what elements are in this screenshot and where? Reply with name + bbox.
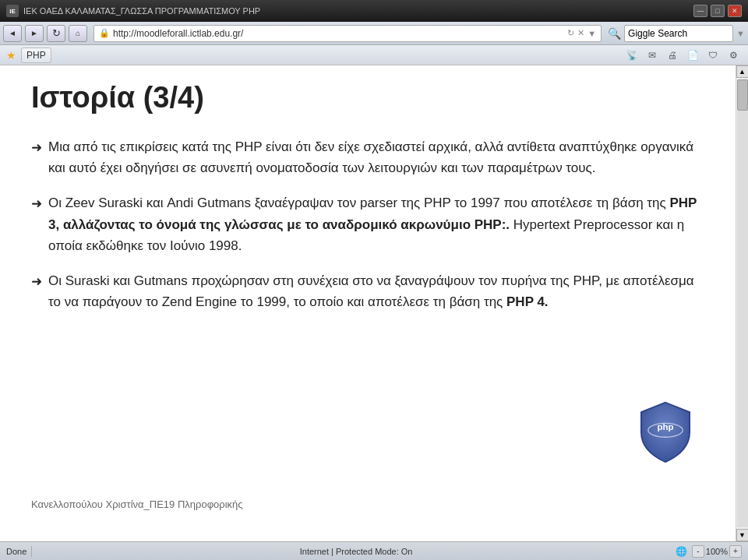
zoom-out-button[interactable]: - bbox=[692, 545, 704, 558]
title-bar: IE ΙΕΚ ΟΑΕΔ ΚΑΛΑΜΑΤΑΣ_ΓΛΩΣΣΑ ΠΡΟΓΡΑΜΜΑΤΙ… bbox=[0, 0, 748, 22]
arrow-icon-1: ➜ bbox=[31, 137, 42, 178]
scroll-down-button[interactable]: ▼ bbox=[736, 529, 749, 541]
lock-icon: 🔒 bbox=[99, 28, 110, 38]
paragraph-3-bold: PHP 4. bbox=[506, 294, 549, 309]
status-bar: Done Internet | Protected Mode: On 🌐 - 1… bbox=[0, 541, 748, 560]
close-button[interactable]: ✕ bbox=[728, 5, 742, 17]
status-protected-mode: Internet | Protected Mode: On bbox=[300, 547, 413, 556]
bookmark-php[interactable]: PHP bbox=[21, 48, 51, 63]
toolbar-icons: 📡 ✉ 🖨 📄 🛡 ⚙ bbox=[623, 48, 742, 63]
navigation-bar: ◄ ► ↻ ⌂ 🔒 ↻ ✕ ▼ 🔍 ▼ bbox=[0, 22, 748, 45]
paragraph-1-text: Μια από τις επικρίσεις κατά της PHP είνα… bbox=[48, 136, 704, 178]
arrow-icon-2: ➜ bbox=[31, 193, 42, 256]
rss-icon-btn[interactable]: 📡 bbox=[623, 48, 640, 63]
back-button[interactable]: ◄ bbox=[3, 25, 22, 42]
maximize-button[interactable]: □ bbox=[711, 5, 725, 17]
forward-button[interactable]: ► bbox=[25, 25, 44, 42]
address-input[interactable] bbox=[113, 28, 564, 39]
page-title: Ιστορία (3/4) bbox=[31, 81, 704, 114]
search-input[interactable] bbox=[628, 28, 729, 39]
zoom-level: 100% bbox=[706, 547, 728, 556]
status-done: Done bbox=[6, 547, 26, 556]
bookmark-bar: ★ PHP 📡 ✉ 🖨 📄 🛡 ⚙ bbox=[0, 45, 748, 65]
search-input-area[interactable] bbox=[624, 25, 733, 42]
status-middle: Internet | Protected Mode: On bbox=[37, 547, 676, 556]
status-separator-1 bbox=[31, 546, 32, 557]
status-right: 🌐 - 100% + bbox=[676, 545, 742, 558]
arrow-icon-3: ➜ bbox=[31, 271, 42, 312]
refresh-button[interactable]: ↻ bbox=[47, 25, 65, 42]
page-icon-btn[interactable]: 📄 bbox=[684, 48, 701, 63]
paragraph-2-text: Οι Zeev Suraski και Andi Gutmans ξαναέγρ… bbox=[48, 192, 704, 256]
title-bar-text: ΙΕΚ ΟΑΕΔ ΚΑΛΑΜΑΤΑΣ_ΓΛΩΣΣΑ ΠΡΟΓΡΑΜΜΑΤΙΣΜΟ… bbox=[23, 6, 693, 16]
scroll-up-button[interactable]: ▲ bbox=[736, 65, 749, 78]
scrollbar[interactable]: ▲ ▼ bbox=[736, 65, 748, 541]
tools-icon-btn[interactable]: ⚙ bbox=[725, 48, 742, 63]
paragraph-1: ➜ Μια από τις επικρίσεις κατά της PHP εί… bbox=[31, 136, 704, 178]
scroll-thumb[interactable] bbox=[737, 79, 748, 111]
globe-icon: 🌐 bbox=[676, 546, 687, 557]
paragraph-2: ➜ Οι Zeev Suraski και Andi Gutmans ξαναέ… bbox=[31, 192, 704, 256]
mail-icon-btn[interactable]: ✉ bbox=[644, 48, 661, 63]
address-bar[interactable]: 🔒 ↻ ✕ ▼ bbox=[94, 25, 602, 42]
scroll-track[interactable] bbox=[737, 79, 748, 527]
giggle-icon: 🔍 bbox=[608, 27, 621, 40]
address-x-icon[interactable]: ✕ bbox=[577, 28, 584, 38]
content-area: Ιστορία (3/4) ➜ Μια από τις επικρίσεις κ… bbox=[0, 65, 736, 541]
address-go-icon[interactable]: ▼ bbox=[587, 29, 596, 38]
search-box-area: 🔍 ▼ bbox=[608, 25, 745, 42]
home-button[interactable]: ⌂ bbox=[69, 25, 87, 42]
app-logo: IE bbox=[6, 5, 19, 17]
paragraph-3-part1: Οι Suraski και Gutmans προχώρησαν στη συ… bbox=[48, 273, 694, 309]
zoom-in-button[interactable]: + bbox=[729, 545, 742, 558]
php-shield-svg: php bbox=[634, 401, 697, 463]
star-icon: ★ bbox=[6, 49, 16, 62]
php-logo: php bbox=[634, 401, 697, 463]
search-go-icon[interactable]: ▼ bbox=[736, 29, 745, 38]
content-body: ➜ Μια από τις επικρίσεις κατά της PHP εί… bbox=[31, 136, 704, 312]
title-bar-controls: — □ ✕ bbox=[693, 5, 742, 17]
paragraph-3-text: Οι Suraski και Gutmans προχώρησαν στη συ… bbox=[48, 270, 704, 312]
main-area: Ιστορία (3/4) ➜ Μια από τις επικρίσεις κ… bbox=[0, 65, 748, 541]
paragraph-3: ➜ Οι Suraski και Gutmans προχώρησαν στη … bbox=[31, 270, 704, 312]
paragraph-2-part1: Οι Zeev Suraski και Andi Gutmans ξαναέγρ… bbox=[48, 195, 669, 210]
footer-note: Κανελλοπούλου Χριστίνα_ΠΕ19 Πληροφορικής bbox=[31, 498, 243, 510]
zoom-controls: - 100% + bbox=[692, 545, 742, 558]
safety-icon-btn[interactable]: 🛡 bbox=[704, 48, 722, 63]
address-refresh-icon[interactable]: ↻ bbox=[567, 28, 574, 38]
minimize-button[interactable]: — bbox=[693, 5, 707, 17]
print-icon-btn[interactable]: 🖨 bbox=[664, 48, 681, 63]
